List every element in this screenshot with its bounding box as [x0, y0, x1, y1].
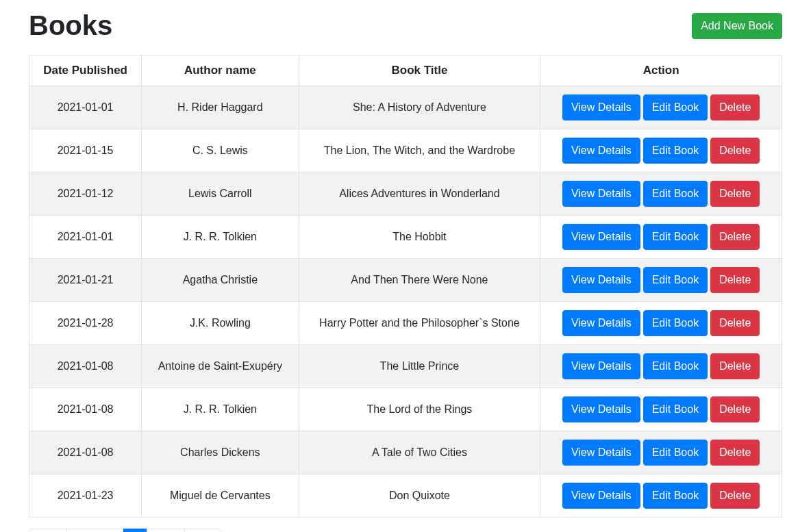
cell-title: Alices Adventures in Wonderland [299, 173, 540, 216]
delete-button[interactable]: Delete [710, 224, 760, 250]
col-date-published: Date Published [29, 55, 142, 86]
view-details-button[interactable]: View Details [562, 138, 640, 164]
pagination-next[interactable]: Next [147, 529, 185, 532]
delete-button[interactable]: Delete [710, 353, 760, 379]
pagination: First Previous 1 Next Last [29, 529, 782, 532]
cell-date: 2021-01-28 [29, 302, 142, 345]
cell-title: The Lion, The Witch, and the Wardrobe [299, 129, 540, 173]
delete-button[interactable]: Delete [710, 267, 760, 293]
edit-book-button[interactable]: Edit Book [643, 94, 708, 121]
cell-action: View DetailsEdit BookDelete [540, 216, 782, 259]
table-row: 2021-01-01H. Rider HaggardShe: A History… [29, 86, 782, 129]
cell-title: Harry Potter and the Philosopher`s Stone [299, 302, 540, 345]
view-details-button[interactable]: View Details [562, 396, 640, 422]
cell-author: Miguel de Cervantes [142, 474, 299, 518]
delete-button[interactable]: Delete [710, 440, 760, 466]
pagination-previous-link: Previous [66, 529, 123, 532]
cell-date: 2021-01-08 [29, 388, 142, 431]
col-author-name: Author name [142, 55, 299, 86]
edit-book-button[interactable]: Edit Book [643, 396, 708, 422]
table-row: 2021-01-08Charles DickensA Tale of Two C… [29, 431, 782, 474]
edit-book-button[interactable]: Edit Book [643, 440, 708, 466]
cell-date: 2021-01-08 [29, 431, 142, 474]
delete-button[interactable]: Delete [710, 483, 760, 509]
cell-author: J. R. R. Tolkien [142, 216, 299, 259]
cell-author: H. Rider Haggard [142, 86, 299, 129]
cell-title: The Little Prince [299, 345, 540, 388]
table-row: 2021-01-01J. R. R. TolkienThe HobbitView… [29, 216, 782, 259]
delete-button[interactable]: Delete [710, 310, 760, 336]
cell-author: C. S. Lewis [142, 129, 299, 173]
view-details-button[interactable]: View Details [562, 94, 640, 121]
cell-date: 2021-01-12 [29, 173, 142, 216]
pagination-next-link[interactable]: Next [146, 529, 185, 532]
cell-title: Don Quixote [299, 474, 540, 518]
cell-action: View DetailsEdit BookDelete [540, 129, 782, 173]
cell-action: View DetailsEdit BookDelete [540, 173, 782, 216]
view-details-button[interactable]: View Details [562, 181, 640, 207]
header-row: Books Add New Book [29, 10, 782, 41]
cell-action: View DetailsEdit BookDelete [540, 86, 782, 129]
view-details-button[interactable]: View Details [562, 483, 640, 509]
table-row: 2021-01-15C. S. LewisThe Lion, The Witch… [29, 129, 782, 173]
cell-action: View DetailsEdit BookDelete [540, 474, 782, 518]
delete-button[interactable]: Delete [710, 94, 760, 121]
cell-date: 2021-01-01 [29, 86, 142, 129]
edit-book-button[interactable]: Edit Book [643, 181, 708, 207]
pagination-last-link[interactable]: Last [184, 529, 221, 532]
table-row: 2021-01-12Lewis CarrollAlices Adventures… [29, 173, 782, 216]
edit-book-button[interactable]: Edit Book [643, 224, 708, 250]
edit-book-button[interactable]: Edit Book [643, 483, 708, 509]
pagination-first: First [29, 529, 66, 532]
view-details-button[interactable]: View Details [562, 310, 640, 336]
table-row: 2021-01-21Agatha ChristieAnd Then There … [29, 259, 782, 302]
edit-book-button[interactable]: Edit Book [643, 310, 708, 336]
cell-author: Lewis Carroll [142, 173, 299, 216]
col-book-title: Book Title [299, 55, 540, 86]
table-row: 2021-01-08J. R. R. TolkienThe Lord of th… [29, 388, 782, 431]
view-details-button[interactable]: View Details [562, 353, 640, 379]
cell-date: 2021-01-21 [29, 259, 142, 302]
pagination-first-link: First [29, 529, 66, 532]
cell-date: 2021-01-15 [29, 129, 142, 173]
cell-author: J.K. Rowling [142, 302, 299, 345]
cell-author: Antoine de Saint-Exupéry [142, 345, 299, 388]
cell-action: View DetailsEdit BookDelete [540, 259, 782, 302]
edit-book-button[interactable]: Edit Book [643, 267, 708, 293]
cell-author: J. R. R. Tolkien [142, 388, 299, 431]
view-details-button[interactable]: View Details [562, 224, 640, 250]
cell-action: View DetailsEdit BookDelete [540, 345, 782, 388]
delete-button[interactable]: Delete [710, 181, 760, 207]
pagination-page-1-link[interactable]: 1 [123, 529, 147, 532]
table-row: 2021-01-08Antoine de Saint-ExupéryThe Li… [29, 345, 782, 388]
pagination-last[interactable]: Last [185, 529, 221, 532]
cell-author: Charles Dickens [142, 431, 299, 474]
cell-action: View DetailsEdit BookDelete [540, 388, 782, 431]
cell-date: 2021-01-23 [29, 474, 142, 518]
table-header-row: Date Published Author name Book Title Ac… [29, 55, 782, 86]
delete-button[interactable]: Delete [710, 138, 760, 164]
cell-action: View DetailsEdit BookDelete [540, 431, 782, 474]
cell-author: Agatha Christie [142, 259, 299, 302]
view-details-button[interactable]: View Details [562, 440, 640, 466]
cell-date: 2021-01-08 [29, 345, 142, 388]
pagination-page-1[interactable]: 1 [124, 529, 147, 532]
cell-action: View DetailsEdit BookDelete [540, 302, 782, 345]
page-title: Books [29, 10, 112, 41]
cell-title: The Lord of the Rings [299, 388, 540, 431]
cell-title: A Tale of Two Cities [299, 431, 540, 474]
add-new-book-button[interactable]: Add New Book [692, 13, 782, 39]
table-row: 2021-01-23Miguel de CervantesDon Quixote… [29, 474, 782, 518]
view-details-button[interactable]: View Details [562, 267, 640, 293]
cell-title: And Then There Were None [299, 259, 540, 302]
pagination-previous: Previous [66, 529, 123, 532]
table-row: 2021-01-28J.K. RowlingHarry Potter and t… [29, 302, 782, 345]
delete-button[interactable]: Delete [710, 396, 760, 422]
edit-book-button[interactable]: Edit Book [643, 138, 708, 164]
cell-title: She: A History of Adventure [299, 86, 540, 129]
cell-title: The Hobbit [299, 216, 540, 259]
cell-date: 2021-01-01 [29, 216, 142, 259]
col-action: Action [540, 55, 782, 86]
edit-book-button[interactable]: Edit Book [643, 353, 708, 379]
books-table: Date Published Author name Book Title Ac… [29, 55, 782, 518]
